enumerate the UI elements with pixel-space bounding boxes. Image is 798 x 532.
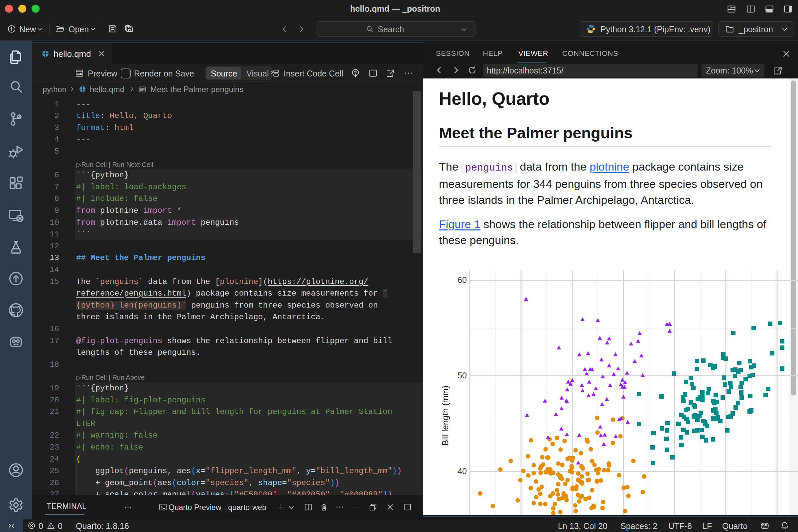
svg-text:50: 50 <box>457 371 467 380</box>
svg-text:Bill length (mm): Bill length (mm) <box>440 386 450 446</box>
svg-text:60: 60 <box>457 275 467 285</box>
svg-text:40: 40 <box>457 467 467 476</box>
